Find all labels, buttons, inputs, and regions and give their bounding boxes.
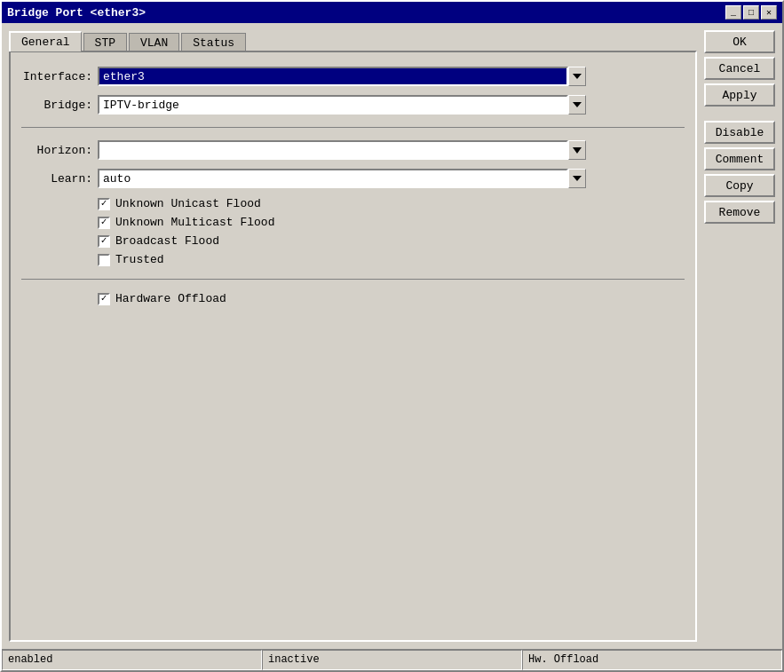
separator-2	[21, 279, 685, 280]
interface-input-wrap	[98, 67, 586, 86]
trusted-label: Trusted	[115, 253, 164, 266]
main-window: Bridge Port <ether3> _ □ ✕ General STP V…	[0, 0, 784, 672]
bridge-label: Bridge:	[21, 99, 92, 112]
broadcast-flood-checkbox[interactable]	[98, 235, 110, 248]
checkboxes-area: Unknown Unicast Flood Unknown Multicast …	[21, 197, 685, 266]
learn-label: Learn:	[21, 172, 92, 186]
cancel-button[interactable]: Cancel	[704, 57, 775, 80]
hardware-offload-area: Hardware Offload	[21, 292, 685, 305]
sidebar-buttons: OK Cancel Apply Disable Comment Copy Rem…	[704, 30, 775, 642]
status-bar: enabled inactive Hw. Offload	[2, 649, 782, 670]
status-segment-hwoffload: Hw. Offload	[522, 650, 782, 670]
window-title: Bridge Port <ether3>	[7, 6, 146, 20]
title-bar: Bridge Port <ether3> _ □ ✕	[2, 2, 782, 23]
remove-button[interactable]: Remove	[704, 201, 775, 224]
horizon-input-wrap	[98, 140, 586, 160]
learn-input[interactable]	[98, 169, 568, 188]
checkbox-row-broadcast-flood: Broadcast Flood	[98, 234, 685, 248]
content-panel: Interface: Bridge:	[9, 51, 697, 642]
broadcast-flood-label: Broadcast Flood	[115, 234, 219, 248]
copy-button[interactable]: Copy	[704, 174, 775, 197]
tab-general[interactable]: General	[9, 31, 82, 51]
horizon-dropdown-arrow-icon	[573, 147, 582, 154]
horizon-input[interactable]	[98, 140, 568, 160]
comment-button[interactable]: Comment	[704, 147, 775, 170]
status-segment-inactive: inactive	[262, 650, 522, 670]
bridge-dropdown-arrow-icon	[573, 102, 582, 107]
horizon-label: Horizon:	[21, 144, 92, 157]
horizon-field-row: Horizon:	[21, 140, 685, 160]
unknown-unicast-label: Unknown Unicast Flood	[115, 197, 261, 210]
hardware-offload-label: Hardware Offload	[115, 292, 226, 305]
checkbox-row-unknown-unicast: Unknown Unicast Flood	[98, 197, 685, 210]
learn-input-wrap	[98, 169, 586, 188]
learn-field-row: Learn:	[21, 169, 685, 188]
close-button[interactable]: ✕	[761, 5, 777, 20]
unknown-multicast-label: Unknown Multicast Flood	[115, 216, 274, 229]
checkbox-row-hardware-offload: Hardware Offload	[98, 292, 685, 305]
main-area: General STP VLAN Status Interface:	[9, 30, 697, 642]
interface-field-row: Interface:	[21, 67, 685, 86]
interface-dropdown-button[interactable]	[568, 67, 586, 86]
ok-button[interactable]: OK	[704, 30, 775, 53]
learn-dropdown-button[interactable]	[568, 169, 586, 188]
unknown-unicast-checkbox[interactable]	[98, 198, 110, 210]
bridge-input[interactable]	[98, 95, 568, 115]
window-body: General STP VLAN Status Interface:	[2, 23, 782, 649]
title-bar-buttons: _ □ ✕	[725, 5, 777, 20]
interface-label: Interface:	[21, 70, 92, 83]
maximize-button[interactable]: □	[743, 5, 759, 20]
trusted-checkbox[interactable]	[98, 254, 110, 266]
minimize-button[interactable]: _	[725, 5, 741, 20]
horizon-dropdown-button[interactable]	[568, 140, 586, 160]
checkbox-row-unknown-multicast: Unknown Multicast Flood	[98, 216, 685, 229]
separator-1	[21, 127, 685, 128]
status-segment-enabled: enabled	[2, 650, 262, 670]
checkbox-row-trusted: Trusted	[98, 253, 685, 266]
disable-button[interactable]: Disable	[704, 121, 775, 144]
interface-input[interactable]	[98, 67, 568, 86]
learn-dropdown-arrow-icon	[573, 176, 582, 181]
tab-bar: General STP VLAN Status	[9, 30, 697, 51]
bridge-field-row: Bridge:	[21, 95, 685, 115]
interface-dropdown-arrow-icon	[573, 74, 582, 79]
bridge-input-wrap	[98, 95, 586, 115]
apply-button[interactable]: Apply	[704, 83, 775, 107]
unknown-multicast-checkbox[interactable]	[98, 217, 110, 229]
hardware-offload-checkbox[interactable]	[98, 293, 110, 305]
bridge-dropdown-button[interactable]	[568, 95, 586, 115]
